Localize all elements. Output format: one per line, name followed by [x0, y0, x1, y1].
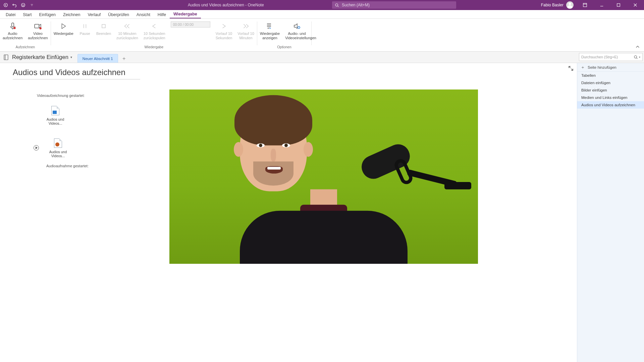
document-title: Audios und Videos aufzeichnen [188, 3, 244, 7]
maximize-button[interactable] [611, 0, 626, 10]
page-item[interactable]: Tabellen [577, 72, 644, 79]
share-button[interactable] [635, 11, 641, 17]
back-button[interactable] [2, 1, 9, 9]
record-audio-label: Audio aufzeichnen [3, 32, 22, 40]
page-item[interactable]: Audios und Videos aufzeichnen [577, 101, 644, 109]
audio-started-label: Audioaufnahme gestartet: [46, 164, 89, 168]
stop-icon [99, 21, 108, 31]
svg-point-15 [634, 56, 637, 58]
playback-time-display: 00:00 / 00:00 [171, 21, 210, 27]
page-title[interactable]: Audios und Videos aufzeichnen [13, 68, 140, 79]
window-title: Audios und Videos aufzeichnen - OneNote [188, 3, 264, 7]
section-tab[interactable]: Neuer Abschnitt 1 [77, 54, 118, 63]
tab-zeichnen[interactable]: Zeichnen [59, 11, 84, 18]
tab-einfuegen[interactable]: Einfügen [36, 11, 59, 18]
page-item[interactable]: Bilder einfügen [577, 86, 644, 94]
ribbon-display-options-button[interactable] [578, 0, 592, 10]
titlebar-right: Fabio Basler [538, 0, 644, 10]
tab-hilfe[interactable]: Hilfe [154, 11, 170, 18]
page-search-box[interactable]: Durchsuchen (Strg+E) ▾ [579, 53, 643, 61]
svg-rect-12 [102, 24, 105, 28]
play-icon [59, 21, 68, 31]
page-item[interactable]: Dateien einfügen [577, 79, 644, 86]
chevron-down-icon: ▾ [70, 55, 72, 59]
tab-datei[interactable]: Datei [2, 11, 19, 18]
ribbon-group-optionen: Wiedergabe anzeigen Audio- und Videoeins… [257, 20, 311, 51]
tab-verlauf[interactable]: Verlauf [84, 11, 104, 18]
pause-icon [80, 21, 90, 31]
pause-button[interactable]: Pause [76, 20, 94, 36]
video-preview[interactable] [169, 89, 478, 264]
forward-10sec-button[interactable]: Vorlauf 10 Sekunden [213, 20, 235, 40]
notebook-picker[interactable]: Registerkarte Einfügen ▾ [12, 54, 72, 60]
add-page-label: Seite hinzufügen [588, 65, 616, 69]
stop-label: Beenden [96, 32, 111, 36]
titlebar: Audios und Videos aufzeichnen - OneNote … [0, 0, 644, 10]
add-page-button[interactable]: ＋ Seite hinzufügen [577, 63, 644, 72]
play-indicator-icon[interactable] [34, 145, 39, 150]
video-camera-icon [33, 21, 43, 31]
av-settings-label: Audio- und Videoeinstellungen [285, 32, 309, 40]
forward-double-icon [241, 21, 251, 31]
play-label: Wiedergabe [54, 32, 73, 36]
search-box[interactable]: Suchen (Alt+M) [332, 1, 456, 9]
minimize-button[interactable] [594, 0, 609, 10]
undo-button[interactable] [11, 1, 18, 9]
tab-wiedergabe[interactable]: Wiedergabe [170, 10, 201, 18]
svg-point-0 [4, 3, 8, 7]
tab-ansicht[interactable]: Ansicht [133, 11, 154, 18]
show-playback-button[interactable]: Wiedergabe anzeigen [257, 20, 282, 40]
rewind-icon [150, 21, 159, 31]
pages-pane: ＋ Seite hinzufügen Tabellen Dateien einf… [577, 63, 644, 362]
account-button[interactable]: Fabio Basler [539, 1, 576, 9]
show-playback-label: Wiedergabe anzeigen [260, 32, 280, 40]
close-button[interactable] [628, 0, 643, 10]
forward-10min-label: Vorlauf 10 Minuten [237, 32, 254, 40]
touch-mode-button[interactable] [19, 1, 27, 9]
plus-icon: ＋ [581, 64, 585, 70]
record-video-button[interactable]: Video aufzeichnen [25, 20, 50, 40]
speaker-gear-icon [292, 21, 302, 31]
rewind-10sec-button[interactable]: 10 Sekunden zurückspulen [141, 20, 168, 40]
svg-point-4 [335, 4, 338, 6]
page-item[interactable]: Medien und Links einfügen [577, 94, 644, 101]
rewind-10min-button[interactable]: 10 Minuten zurückspulen [114, 20, 141, 40]
qat-customize-button[interactable] [28, 1, 36, 9]
expand-page-button[interactable] [568, 66, 574, 72]
notebook-icon [3, 54, 9, 61]
svg-point-11 [39, 27, 42, 29]
ribbon-separator [311, 21, 312, 45]
collapse-ribbon-button[interactable] [635, 45, 641, 50]
forward-10min-button[interactable]: Vorlauf 10 Minuten [235, 20, 257, 40]
add-section-button[interactable]: + [120, 55, 128, 63]
tab-ueberpruefen[interactable]: Überprüfen [104, 11, 133, 18]
ribbon-group-aufzeichnen: Audio aufzeichnen Video aufzeichnen Aufz… [0, 20, 51, 51]
play-button[interactable]: Wiedergabe [51, 20, 76, 36]
ribbon-group-wiedergabe: Wiedergabe Pause Beenden 10 Minuten zurü… [51, 20, 257, 51]
tab-start[interactable]: Start [19, 11, 35, 18]
audio-attachment[interactable]: Audios und Videos... [43, 138, 73, 158]
svg-rect-5 [583, 3, 587, 7]
stop-button[interactable]: Beenden [94, 20, 114, 36]
title-center: Audios und Videos aufzeichnen - OneNote … [188, 1, 456, 9]
group-label-optionen: Optionen [277, 45, 291, 50]
user-name: Fabio Basler [541, 3, 564, 7]
app-name: OneNote [248, 3, 264, 7]
pause-label: Pause [79, 32, 90, 36]
video-attachment[interactable]: Audios und Videos... [40, 106, 70, 125]
record-audio-button[interactable]: Audio aufzeichnen [0, 20, 25, 40]
svg-point-2 [22, 4, 23, 5]
rewind-double-icon [122, 21, 132, 31]
search-icon [634, 55, 638, 59]
group-label-wiedergabe: Wiedergabe [144, 45, 163, 50]
svg-point-1 [21, 3, 25, 7]
video-started-label: Videoaufzeichnung gestartet: [37, 94, 85, 98]
page-canvas[interactable]: Audios und Videos aufzeichnen Videoaufze… [0, 63, 577, 362]
record-video-label: Video aufzeichnen [28, 32, 48, 40]
av-settings-button[interactable]: Audio- und Videoeinstellungen [282, 20, 311, 40]
svg-point-13 [298, 26, 300, 28]
search-icon [335, 3, 339, 7]
svg-rect-10 [35, 24, 39, 28]
section-tabs: Neuer Abschnitt 1 + [77, 52, 128, 63]
svg-rect-8 [11, 23, 14, 27]
